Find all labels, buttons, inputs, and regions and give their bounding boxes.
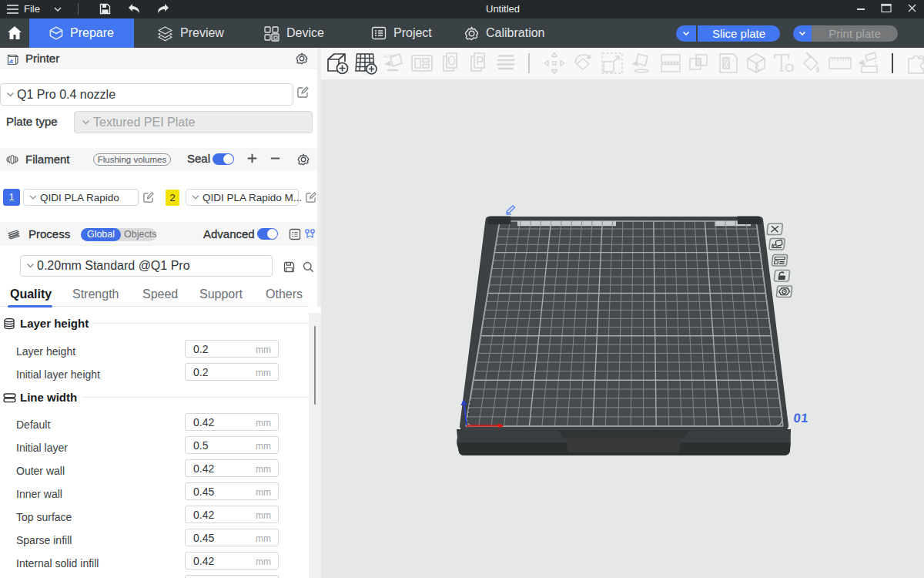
- svg-text:AUTO: AUTO: [383, 54, 394, 59]
- svg-text:01: 01: [793, 411, 809, 425]
